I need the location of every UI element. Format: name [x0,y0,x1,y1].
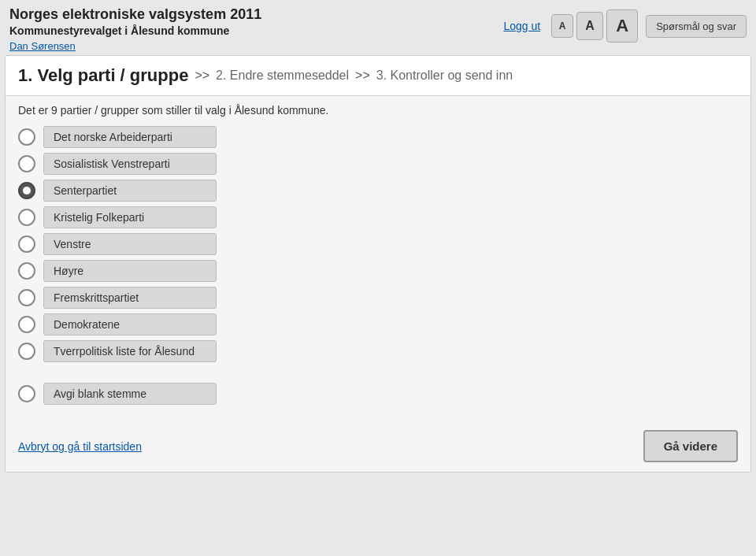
party-item[interactable]: Sosialistisk Venstreparti [18,153,738,175]
party-label: Det norske Arbeiderparti [43,126,217,148]
radio-circle [18,182,35,199]
radio-circle [18,235,35,253]
font-medium-button[interactable]: A [576,12,603,40]
main-content: 1. Velg parti / gruppe >> 2. Endre stemm… [5,55,751,473]
radio-circle [18,343,35,360]
footer: Avbryt og gå til startsiden Gå videre [6,421,750,472]
party-item[interactable]: Venstre [18,233,738,255]
logout-link[interactable]: Logg ut [503,20,540,32]
steps-header: 1. Velg parti / gruppe >> 2. Endre stemm… [6,56,750,96]
party-label: Senterpartiet [43,180,217,202]
party-item[interactable]: Fremskrittspartiet [18,287,738,309]
arrow2: >> [355,69,370,83]
party-item[interactable]: Kristelig Folkeparti [18,206,738,228]
election-subtitle: Kommunestyrevalget i Ålesund kommune [9,24,261,37]
go-forward-button[interactable]: Gå videre [643,430,738,462]
party-label: Sosialistisk Venstreparti [43,153,217,175]
step2-label: 2. Endre stemmeseddel [216,69,349,83]
party-list: Det norske ArbeiderpartiSosialistisk Ven… [6,123,750,413]
header-left: Norges elektroniske valgsystem 2011 Komm… [9,6,261,52]
cancel-link[interactable]: Avbryt og gå til startsiden [18,440,142,453]
party-label: Fremskrittspartiet [43,287,217,309]
page-description: Det er 9 partier / grupper som stiller t… [6,96,750,123]
radio-circle [18,316,35,333]
blank-vote-radio [18,385,35,402]
step3-label: 3. Kontroller og send inn [376,69,513,83]
step1-label: 1. Velg parti / gruppe [18,65,188,86]
party-label: Kristelig Folkeparti [43,206,217,228]
party-item[interactable]: Tverrpolitisk liste for Ålesund [18,340,738,362]
radio-circle [18,128,35,146]
party-label: Tverrpolitisk liste for Ålesund [43,340,217,362]
font-large-button[interactable]: A [606,9,638,43]
party-item[interactable]: Det norske Arbeiderparti [18,126,738,148]
arrow1: >> [195,69,209,83]
party-label: Venstre [43,233,217,255]
party-label: Høyre [43,260,217,282]
user-name[interactable]: Dan Sørensen [9,40,261,52]
header-right: Logg ut A A A Spørsmål og svar [503,9,747,43]
font-small-button[interactable]: A [551,14,573,38]
party-item[interactable]: Senterpartiet [18,180,738,202]
party-label: Demokratene [43,313,217,335]
blank-vote-label: Avgi blank stemme [43,383,217,405]
radio-circle [18,209,35,226]
qa-button[interactable]: Spørsmål og svar [646,15,747,38]
header: Norges elektroniske valgsystem 2011 Komm… [0,0,756,55]
radio-circle [18,155,35,172]
app-title: Norges elektroniske valgsystem 2011 [9,6,261,23]
radio-circle [18,289,35,306]
party-item[interactable]: Høyre [18,260,738,282]
blank-vote-item[interactable]: Avgi blank stemme [18,383,738,405]
font-size-controls: A A A [551,9,638,43]
radio-circle [18,262,35,280]
party-item[interactable]: Demokratene [18,313,738,335]
